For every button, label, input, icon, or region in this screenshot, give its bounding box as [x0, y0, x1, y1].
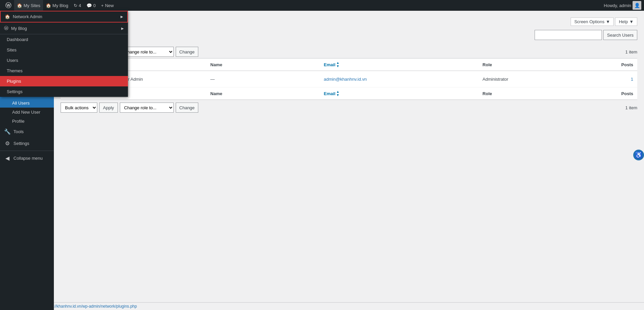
screen-options-arrow: ▼ [606, 19, 610, 24]
col-header-role: Role [478, 59, 592, 71]
comments-count: 0 [93, 3, 96, 8]
posts-count-link[interactable]: 1 [631, 77, 633, 82]
wp-logo-button[interactable]: ⓦ [3, 0, 14, 11]
email-link[interactable]: admin@khanhnv.id.vn [324, 77, 367, 82]
row-name-cell: — [206, 71, 320, 87]
col-header-role-bottom: Role [478, 87, 592, 100]
change-button-bottom[interactable]: Change [176, 103, 199, 113]
help-arrow: ▼ [629, 19, 634, 24]
email-sort-arrows-bottom: ▲▼ [336, 90, 339, 97]
my-blog-dropdown-label: My Blog [11, 26, 27, 31]
sidebar-item-tools[interactable]: 🔧 Tools [0, 126, 54, 138]
new-button[interactable]: + New [98, 0, 116, 11]
col-header-posts-bottom: Posts [592, 87, 637, 100]
search-users-bar: Search Users [535, 30, 637, 40]
my-sites-button[interactable]: 🏠 My Sites [14, 0, 43, 11]
plus-icon: + [101, 3, 104, 8]
dropdown-themes[interactable]: Themes [0, 66, 128, 76]
sidebar-item-settings[interactable]: ⚙ Settings [0, 138, 54, 149]
help-label: Help [619, 19, 628, 24]
screen-options-label: Screen Options [574, 19, 605, 24]
dropdown-sites[interactable]: Sites [0, 45, 128, 55]
status-bar: 103.74.123.7 ✕ https://khanhnv.id.vn/wp-… [0, 302, 644, 310]
change-button-top[interactable]: Change [176, 47, 199, 57]
dropdown-dashboard[interactable]: Dashboard [0, 34, 128, 45]
home-icon: 🏠 [17, 3, 22, 8]
updates-button[interactable]: ↻ 4 [71, 0, 84, 11]
myblog-arrow: ▶ [121, 27, 124, 30]
accessibility-button[interactable]: ♿ [633, 150, 644, 160]
col-header-email-bottom: Email ▲▼ [320, 87, 479, 100]
submenu-add-new-user[interactable]: Add New User [0, 108, 54, 117]
dropdown-users[interactable]: Users [0, 55, 128, 66]
screen-options-bar: Screen Options ▼ Help ▼ [61, 17, 637, 26]
help-button[interactable]: Help ▼ [615, 17, 637, 26]
main-content: Screen Options ▼ Help ▼ Users Search Use… [54, 11, 644, 310]
bulk-actions-select-bottom[interactable]: Bulk actions [61, 103, 97, 113]
search-users-input[interactable] [535, 30, 602, 40]
home-icon-2: 🏠 [46, 3, 51, 8]
bottom-toolbar: Bulk actions Apply Change role to... Cha… [61, 103, 637, 113]
screen-options-button[interactable]: Screen Options ▼ [571, 17, 614, 26]
apply-button-bottom[interactable]: Apply [99, 103, 118, 113]
col-header-name-bottom: Name [206, 87, 320, 100]
comment-icon: 💬 [87, 3, 92, 8]
email-sort-link-bottom[interactable]: Email ▲▼ [324, 90, 340, 97]
network-admin-arrow: ▶ [121, 15, 123, 18]
my-blog-label: My Blog [53, 3, 68, 8]
email-sort-arrows: ▲▼ [336, 61, 339, 68]
home-icon-header: 🏠 [5, 14, 10, 19]
new-label: New [105, 3, 114, 8]
item-count-top: 1 item [625, 49, 637, 54]
row-posts-cell: 1 [592, 71, 637, 87]
howdy-text: Howdy, admin [604, 3, 631, 8]
wp-icon-myblog: Ⓦ [4, 25, 8, 31]
table-row: 👤 admin — Super Admin — admin@khanhnv.id… [61, 71, 637, 87]
row-email-cell: admin@khanhnv.id.vn [320, 71, 479, 87]
email-sort-link[interactable]: Email ▲▼ [324, 61, 340, 68]
row-role-cell: Administrator [478, 71, 592, 87]
admin-bar: ⓦ 🏠 My Sites 🏠 My Blog ↻ 4 💬 0 + New How… [0, 0, 644, 11]
tools-icon: 🔧 [4, 128, 11, 135]
comments-button[interactable]: 💬 0 [84, 0, 98, 11]
network-admin-header[interactable]: 🏠 Network Admin ▶ [0, 11, 128, 23]
change-role-select-bottom[interactable]: Change role to... [120, 103, 174, 113]
users-table: Username ▲▼ Name Email ▲▼ Role Posts [61, 58, 637, 100]
col-header-email: Email ▲▼ [320, 59, 479, 71]
refresh-icon: ↻ [74, 3, 77, 8]
status-url[interactable]: https://khanhnv.id.vn/wp-admin/network/p… [44, 304, 137, 309]
updates-count: 4 [79, 3, 81, 8]
submenu-profile[interactable]: Profile [0, 117, 54, 126]
my-sites-label: My Sites [24, 3, 40, 8]
col-header-posts: Posts [592, 59, 637, 71]
my-blog-button[interactable]: 🏠 My Blog [43, 0, 71, 11]
wp-logo-icon: ⓦ [5, 1, 11, 9]
item-count-bottom: 1 item [625, 105, 637, 110]
accessibility-icon: ♿ [635, 151, 642, 159]
my-blog-dropdown-item[interactable]: Ⓦ My Blog ▶ [0, 23, 128, 34]
dropdown-plugins[interactable]: Plugins [0, 76, 128, 86]
collapse-icon: ◀ [4, 155, 11, 161]
network-admin-label: Network Admin [13, 14, 42, 19]
top-toolbar: Bulk actions Apply Change role to... Cha… [61, 47, 637, 57]
network-admin-dropdown: 🏠 Network Admin ▶ Ⓦ My Blog ▶ Dashboard … [0, 11, 128, 97]
col-header-name: Name [206, 59, 320, 71]
settings-icon: ⚙ [4, 140, 11, 147]
admin-avatar: 👤 [633, 1, 641, 10]
submenu-all-users[interactable]: All Users [0, 99, 54, 108]
search-users-button[interactable]: Search Users [603, 30, 637, 40]
dropdown-settings[interactable]: Settings [0, 86, 128, 97]
sidebar-item-collapse[interactable]: ◀ Collapse menu [0, 152, 54, 164]
